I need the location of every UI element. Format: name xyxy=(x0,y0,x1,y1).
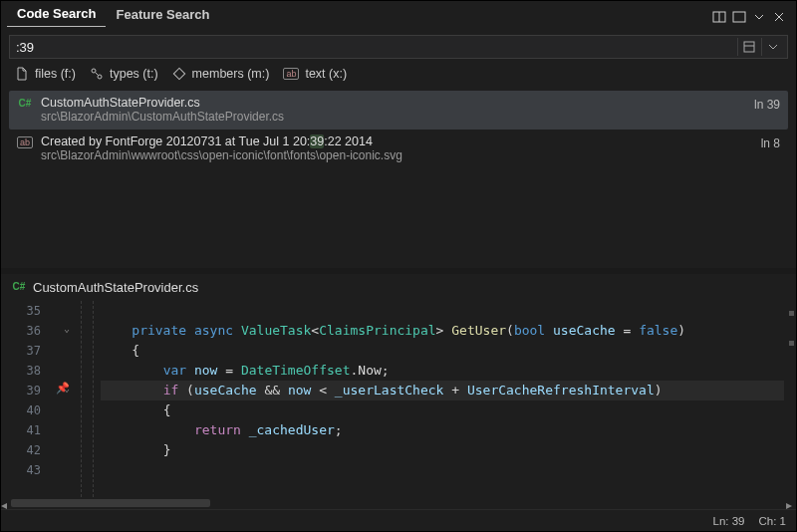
filter-row: files (f:) types (t:) members (m:) ab te… xyxy=(1,59,796,91)
minimap[interactable] xyxy=(786,301,796,497)
tab-bar: Code Search Feature Search xyxy=(1,1,796,27)
code-body: private async ValueTask<ClaimsPrincipal>… xyxy=(101,301,784,480)
window-dock-icon[interactable] xyxy=(732,10,746,27)
tab-code-search[interactable]: Code Search xyxy=(7,2,106,27)
search-row xyxy=(9,35,788,59)
fold-chevron-icon[interactable]: ⌄ xyxy=(64,383,70,394)
filter-files-label: files (f:) xyxy=(35,67,76,81)
csharp-icon: C# xyxy=(17,98,33,112)
fold-chevron-icon[interactable]: ⌄ xyxy=(64,323,70,334)
scroll-left-icon[interactable]: ◂ xyxy=(1,498,11,508)
status-col: Ch: 1 xyxy=(759,515,787,527)
line-gutter: 353637383940414243 xyxy=(1,301,61,497)
filter-text[interactable]: ab text (x:) xyxy=(283,67,347,81)
result-line-label: ln 8 xyxy=(740,134,780,150)
scrollbar-thumb[interactable] xyxy=(11,499,210,507)
preview-header: C# CustomAuthStateProvider.cs xyxy=(1,274,796,301)
text-match-icon: ab xyxy=(17,136,33,148)
filter-members-label: members (m:) xyxy=(192,67,270,81)
results-list: C# CustomAuthStateProvider.cs src\Blazor… xyxy=(1,91,796,168)
code-search-window: Code Search Feature Search xyxy=(0,0,797,532)
result-item[interactable]: ab Created by FontForge 20120731 at Tue … xyxy=(9,130,788,168)
filter-types[interactable]: types (t:) xyxy=(90,67,158,81)
close-icon[interactable] xyxy=(772,10,786,27)
horizontal-scrollbar[interactable]: ◂ ▸ xyxy=(1,497,796,509)
search-dropdown-icon[interactable] xyxy=(761,38,783,56)
filter-members[interactable]: members (m:) xyxy=(172,67,270,81)
status-bar: Ln: 39 Ch: 1 xyxy=(1,509,796,531)
status-line: Ln: 39 xyxy=(713,515,745,527)
text-icon: ab xyxy=(283,68,299,80)
result-line-label: ln 39 xyxy=(740,96,780,112)
svg-rect-10 xyxy=(173,68,184,79)
result-item[interactable]: C# CustomAuthStateProvider.cs src\Blazor… xyxy=(9,91,788,130)
tab-feature-search[interactable]: Feature Search xyxy=(106,3,219,27)
filter-types-label: types (t:) xyxy=(110,67,158,81)
result-subtitle: src\BlazorAdmin\CustomAuthStateProvider.… xyxy=(41,110,732,124)
svg-rect-2 xyxy=(733,12,745,22)
svg-rect-5 xyxy=(744,42,754,52)
window-layout-icon[interactable] xyxy=(712,10,726,27)
svg-point-8 xyxy=(98,75,102,79)
preview-filename: CustomAuthStateProvider.cs xyxy=(33,280,198,295)
result-title: CustomAuthStateProvider.cs xyxy=(41,96,732,110)
result-title: Created by FontForge 20120731 at Tue Jul… xyxy=(41,134,732,148)
filter-files[interactable]: files (f:) xyxy=(15,67,76,81)
search-scope-icon[interactable] xyxy=(737,38,759,56)
svg-point-7 xyxy=(92,69,96,73)
scroll-right-icon[interactable]: ▸ xyxy=(786,498,796,508)
result-subtitle: src\BlazorAdmin\wwwroot\css\open-iconic\… xyxy=(41,148,732,162)
svg-line-9 xyxy=(95,73,98,76)
dropdown-icon[interactable] xyxy=(752,10,766,27)
csharp-icon: C# xyxy=(11,281,27,295)
code-preview[interactable]: 353637383940414243 private async ValueTa… xyxy=(1,301,796,497)
filter-text-label: text (x:) xyxy=(305,67,347,81)
search-input[interactable] xyxy=(10,36,737,58)
